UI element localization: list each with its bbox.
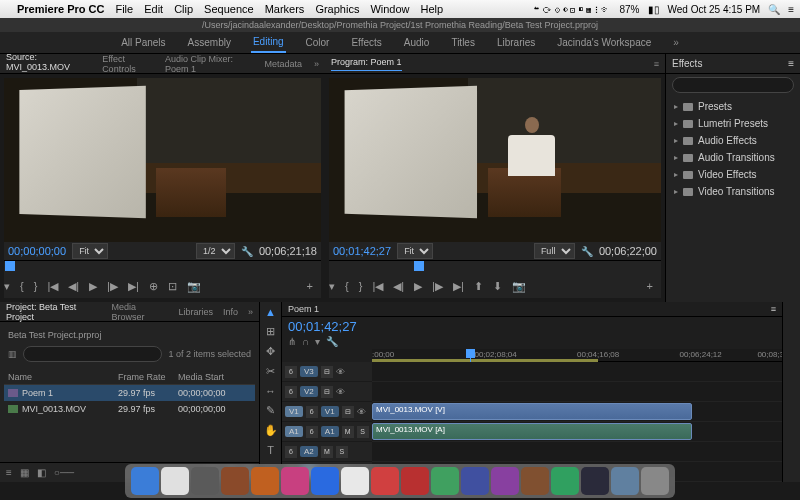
dock-app-icon[interactable]: [521, 467, 549, 495]
project-row-seq[interactable]: Poem 1 29.97 fps 00;00;00;00: [4, 385, 255, 401]
menu-edit[interactable]: Edit: [144, 3, 163, 15]
video-clip[interactable]: MVI_0013.MOV [V]: [372, 403, 692, 420]
menu-graphics[interactable]: Graphics: [315, 3, 359, 15]
dock-app-icon[interactable]: [401, 467, 429, 495]
effects-item-audio-trans[interactable]: ▸Audio Transitions: [668, 149, 798, 166]
marker-icon[interactable]: ▾: [329, 280, 335, 293]
pen-tool[interactable]: ✎: [266, 404, 275, 417]
step-fwd-button[interactable]: |▶: [107, 280, 118, 293]
source-zoom-select[interactable]: 1/2: [196, 243, 235, 259]
slip-tool[interactable]: ↔: [265, 385, 276, 397]
dock-app-icon[interactable]: [641, 467, 669, 495]
dock-app-icon[interactable]: [221, 467, 249, 495]
snap-icon[interactable]: ⋔: [288, 336, 296, 347]
settings-icon[interactable]: 🔧: [326, 336, 338, 347]
timeline-ruler[interactable]: :00;00 00;02;08;04 00;04;16;08 00;06;24;…: [372, 349, 782, 362]
razor-tool[interactable]: ✂: [266, 365, 275, 378]
program-ruler[interactable]: [329, 260, 661, 274]
dock-app-icon[interactable]: [371, 467, 399, 495]
wrench-icon[interactable]: 🔧: [241, 246, 253, 257]
tab-libraries[interactable]: Libraries: [178, 307, 213, 317]
menu-help[interactable]: Help: [421, 3, 444, 15]
panel-menu-icon[interactable]: ≡: [654, 59, 659, 69]
mark-in-button[interactable]: {: [345, 280, 349, 292]
effects-item-audio-fx[interactable]: ▸Audio Effects: [668, 132, 798, 149]
program-tc-in[interactable]: 00;01;42;27: [333, 245, 391, 257]
mark-out-button[interactable]: }: [359, 280, 363, 292]
mark-in-button[interactable]: {: [20, 280, 24, 292]
dock-app-icon[interactable]: [581, 467, 609, 495]
menu-window[interactable]: Window: [370, 3, 409, 15]
project-row-clip[interactable]: MVI_0013.MOV 29.97 fps 00;00;00;00: [4, 401, 255, 417]
marker-icon[interactable]: ▾: [4, 280, 10, 293]
ws-editing[interactable]: Editing: [251, 32, 286, 53]
tab-effect-controls[interactable]: Effect Controls: [102, 54, 153, 74]
ws-assembly[interactable]: Assembly: [186, 33, 233, 52]
marker-add-icon[interactable]: ▾: [315, 336, 320, 347]
export-frame-icon[interactable]: 📷: [512, 280, 526, 293]
tab-program[interactable]: Program: Poem 1: [331, 57, 402, 71]
selection-tool[interactable]: ▲: [265, 306, 276, 318]
source-video[interactable]: [4, 78, 321, 242]
effects-item-lumetri[interactable]: ▸Lumetri Presets: [668, 115, 798, 132]
step-back-button[interactable]: ◀|: [393, 280, 404, 293]
track-v2[interactable]: 6V2⊟👁: [282, 382, 372, 402]
project-filter-input[interactable]: [23, 346, 162, 362]
dock-app-icon[interactable]: [131, 467, 159, 495]
step-back-button[interactable]: ◀|: [68, 280, 79, 293]
effects-item-video-fx[interactable]: ▸Video Effects: [668, 166, 798, 183]
hand-tool[interactable]: ✋: [264, 424, 278, 437]
ws-color[interactable]: Color: [304, 33, 332, 52]
ws-libraries[interactable]: Libraries: [495, 33, 537, 52]
dock-app-icon[interactable]: [311, 467, 339, 495]
effects-title[interactable]: Effects: [672, 58, 702, 69]
tab-info[interactable]: Info: [223, 307, 238, 317]
tab-media-browser[interactable]: Media Browser: [112, 302, 169, 322]
ws-audio[interactable]: Audio: [402, 33, 432, 52]
dock-app-icon[interactable]: [551, 467, 579, 495]
ws-all[interactable]: All Panels: [119, 33, 167, 52]
effects-search-input[interactable]: [672, 77, 794, 93]
button-editor-plus[interactable]: +: [307, 280, 321, 292]
goto-out-button[interactable]: ▶|: [128, 280, 139, 293]
dock-app-icon[interactable]: [611, 467, 639, 495]
goto-in-button[interactable]: |◀: [47, 280, 58, 293]
lift-icon[interactable]: ⬆: [474, 280, 483, 293]
ws-custom[interactable]: Jacinda's Workspace: [555, 33, 653, 52]
source-tc-in[interactable]: 00;00;00;00: [8, 245, 66, 257]
notification-icon[interactable]: ≡: [788, 4, 794, 15]
program-video[interactable]: [329, 78, 661, 242]
dock-app-icon[interactable]: [251, 467, 279, 495]
linked-sel-icon[interactable]: ∩: [302, 336, 309, 347]
goto-out-button[interactable]: ▶|: [453, 280, 464, 293]
program-zoom-select[interactable]: Full: [534, 243, 575, 259]
tab-project[interactable]: Project: Beta Test Project: [6, 302, 102, 322]
effects-item-presets[interactable]: ▸Presets: [668, 98, 798, 115]
ws-overflow-icon[interactable]: »: [671, 33, 681, 52]
track-v1[interactable]: V16V1⊟👁: [282, 402, 372, 422]
play-button[interactable]: ▶: [414, 280, 422, 293]
sequence-tab[interactable]: Poem 1: [288, 304, 319, 314]
export-frame-icon[interactable]: 📷: [187, 280, 201, 293]
tab-source[interactable]: Source: MVI_0013.MOV: [6, 52, 90, 76]
insert-icon[interactable]: ⊕: [149, 280, 158, 293]
dock-app-icon[interactable]: [281, 467, 309, 495]
tab-metadata[interactable]: Metadata: [264, 59, 302, 69]
menu-sequence[interactable]: Sequence: [204, 3, 254, 15]
panel-menu-icon[interactable]: ≡: [771, 304, 776, 314]
goto-in-button[interactable]: |◀: [372, 280, 383, 293]
tab-audio-mixer[interactable]: Audio Clip Mixer: Poem 1: [165, 54, 253, 74]
bin-icon[interactable]: ▥: [8, 349, 17, 359]
dock-app-icon[interactable]: [461, 467, 489, 495]
dock-app-icon[interactable]: [191, 467, 219, 495]
source-fit-select[interactable]: Fit: [72, 243, 108, 259]
overwrite-icon[interactable]: ⊡: [168, 280, 177, 293]
ws-titles[interactable]: Titles: [449, 33, 477, 52]
play-button[interactable]: ▶: [89, 280, 97, 293]
panel-overflow-icon[interactable]: »: [248, 307, 253, 317]
dock-app-icon[interactable]: [341, 467, 369, 495]
button-editor-plus[interactable]: +: [647, 280, 661, 292]
source-ruler[interactable]: [4, 260, 321, 274]
step-fwd-button[interactable]: |▶: [432, 280, 443, 293]
menu-file[interactable]: File: [115, 3, 133, 15]
